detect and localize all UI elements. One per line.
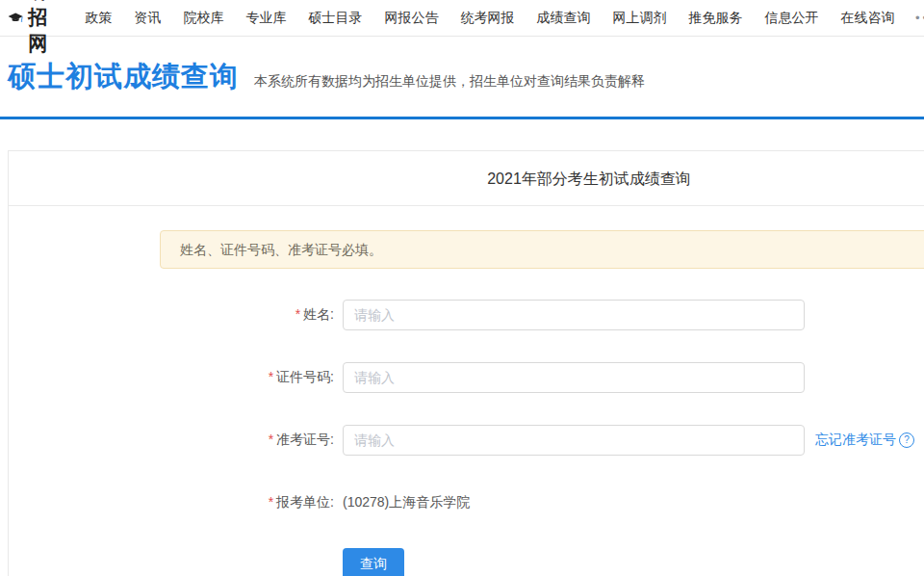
id-number-input[interactable] xyxy=(343,362,805,393)
nav-item-info-disclosure[interactable]: 信息公开 xyxy=(754,10,830,27)
exam-ticket-field-label: *准考证号: xyxy=(9,432,334,449)
page-header: 硕士初试成绩查询 本系统所有数据均为招生单位提供，招生单位对查询结果负责解释 xyxy=(0,37,924,96)
nav-item-major-library[interactable]: 专业库 xyxy=(235,10,297,27)
nav-item-master-catalog[interactable]: 硕士目录 xyxy=(297,10,373,27)
nav-item-score-inquiry[interactable]: 成绩查询 xyxy=(526,10,602,27)
nav-item-exempt-service[interactable]: 推免服务 xyxy=(678,10,754,27)
target-institution-value: (10278)上海音乐学院 xyxy=(343,494,470,511)
blue-divider-line xyxy=(0,117,924,119)
page-title: 硕士初试成绩查询 xyxy=(8,58,239,96)
main-navigation: 政策 资讯 院校库 专业库 硕士目录 网报公告 统考网报 成绩查询 网上调剂 推… xyxy=(74,10,924,27)
id-number-field-label: *证件号码: xyxy=(9,369,334,386)
nav-item-unified-exam-report[interactable]: 统考网报 xyxy=(449,10,526,27)
logo-text: 研招网 xyxy=(28,0,63,57)
nav-item-online-consult[interactable]: 在线咨询 xyxy=(830,10,906,27)
card-title-divider xyxy=(9,205,924,206)
name-input[interactable] xyxy=(343,300,805,330)
label-text: 姓名: xyxy=(303,306,334,322)
target-institution-row: *报考单位: (10278)上海音乐学院 xyxy=(9,487,924,518)
required-asterisk: * xyxy=(295,306,300,322)
required-asterisk: * xyxy=(269,432,273,447)
graduation-cap-icon xyxy=(8,8,23,29)
nav-item-policy[interactable]: 政策 xyxy=(74,10,123,27)
forgot-ticket-link[interactable]: 忘记准考证号 ? xyxy=(815,432,914,449)
exam-ticket-field-row: *准考证号: 忘记准考证号 ? xyxy=(9,425,924,456)
score-query-card: 2021年部分考生初试成绩查询 姓名、证件号码、准考证号必填。 *姓名: *证件… xyxy=(8,150,924,576)
nav-more-button[interactable]: ••• xyxy=(906,11,924,25)
card-title: 2021年部分考生初试成绩查询 xyxy=(9,151,924,190)
nav-item-news[interactable]: 资讯 xyxy=(123,10,172,27)
name-field-row: *姓名: xyxy=(9,300,924,330)
question-circle-icon: ? xyxy=(899,432,914,448)
nav-item-online-adjustment[interactable]: 网上调剂 xyxy=(602,10,678,27)
nav-item-college-library[interactable]: 院校库 xyxy=(172,10,235,27)
target-institution-label: *报考单位: xyxy=(9,494,334,511)
required-asterisk: * xyxy=(269,494,273,510)
label-text: 准考证号: xyxy=(276,432,334,447)
name-field-label: *姓名: xyxy=(9,306,334,324)
page-subtitle: 本系统所有数据均为招生单位提供，招生单位对查询结果负责解释 xyxy=(254,73,645,91)
exam-ticket-input[interactable] xyxy=(343,425,805,456)
top-nav-bar: 研招网 政策 资讯 院校库 专业库 硕士目录 网报公告 统考网报 成绩查询 网上… xyxy=(0,0,924,37)
forgot-ticket-link-text: 忘记准考证号 xyxy=(815,432,896,449)
label-text: 证件号码: xyxy=(276,369,334,384)
query-submit-button[interactable]: 查询 xyxy=(343,548,404,576)
site-logo[interactable]: 研招网 xyxy=(8,0,63,57)
submit-row: 查询 xyxy=(9,548,924,576)
nav-item-report-notice[interactable]: 网报公告 xyxy=(373,10,449,27)
label-text: 报考单位: xyxy=(276,494,334,510)
id-number-field-row: *证件号码: xyxy=(9,362,924,393)
required-asterisk: * xyxy=(269,369,273,384)
required-fields-notice: 姓名、证件号码、准考证号必填。 xyxy=(160,230,924,269)
